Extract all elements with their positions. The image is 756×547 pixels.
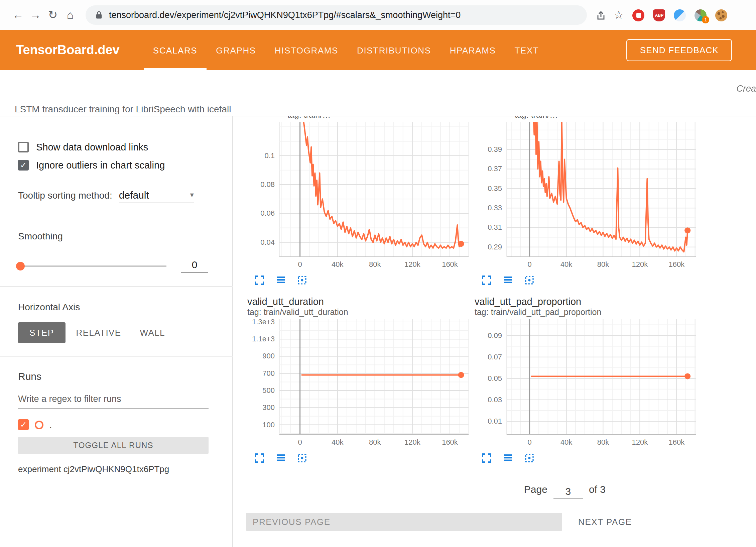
svg-text:0.1: 0.1 bbox=[264, 151, 275, 160]
experiment-name: experiment cj2vtPiwQHKN9Q1tx6PTpg bbox=[18, 464, 208, 474]
chart-tag: tag: train/… bbox=[287, 116, 471, 120]
profile-avatar[interactable]: 1 bbox=[695, 9, 707, 21]
smoothing-row: 0 bbox=[18, 259, 208, 273]
toggle-all-runs-button[interactable]: TOGGLE ALL RUNS bbox=[18, 437, 209, 454]
share-icon[interactable] bbox=[596, 10, 606, 20]
svg-text:40k: 40k bbox=[332, 260, 344, 268]
svg-text:120k: 120k bbox=[404, 260, 421, 268]
svg-text:100: 100 bbox=[262, 421, 275, 429]
svg-text:160k: 160k bbox=[442, 438, 458, 446]
checkbox-label: Show data download links bbox=[36, 142, 148, 152]
tab-text[interactable]: TEXT bbox=[505, 30, 548, 70]
log-scale-icon[interactable] bbox=[503, 275, 513, 286]
line-chart[interactable]: 040k80k120k160k0.010.030.050.070.09 bbox=[473, 319, 699, 449]
extension-icon[interactable] bbox=[674, 9, 686, 21]
tab-scalars[interactable]: SCALARS bbox=[144, 30, 207, 70]
pagination: Page 3 of 3 bbox=[233, 483, 756, 497]
line-chart[interactable]: 040k80k120k160k0.290.310.330.350.370.39 bbox=[473, 122, 699, 271]
back-icon[interactable]: ← bbox=[9, 8, 27, 22]
divider bbox=[0, 217, 233, 217]
fit-domain-icon[interactable] bbox=[297, 275, 307, 286]
chart-tag: tag: train/… bbox=[515, 116, 699, 120]
svg-text:300: 300 bbox=[262, 403, 275, 412]
charts-content: tag: train/… 040k80k120k160k0.040.060.08… bbox=[233, 116, 756, 547]
line-chart[interactable]: 040k80k120k160k1003005007009001.1e+31.3e… bbox=[246, 319, 471, 449]
home-icon[interactable]: ⌂ bbox=[61, 8, 79, 22]
fullscreen-icon[interactable] bbox=[481, 275, 492, 286]
experiment-description: LSTM transducer training for LibriSpeech… bbox=[15, 104, 231, 114]
log-scale-icon[interactable] bbox=[503, 453, 513, 463]
app-header: TensorBoard.dev SCALARS GRAPHS HISTOGRAM… bbox=[0, 30, 756, 70]
svg-text:0.35: 0.35 bbox=[488, 184, 502, 193]
address-bar[interactable]: tensorboard.dev/experiment/cj2vtPiwQHKN9… bbox=[86, 5, 587, 25]
fullscreen-icon[interactable] bbox=[254, 453, 265, 463]
adblock-icon[interactable] bbox=[633, 9, 645, 21]
fullscreen-icon[interactable] bbox=[254, 275, 265, 286]
svg-text:500: 500 bbox=[262, 386, 275, 395]
svg-text:0: 0 bbox=[298, 438, 302, 446]
ignore-outliers-checkbox[interactable]: ✓ Ignore outliers in chart scaling bbox=[18, 160, 208, 171]
fullscreen-icon[interactable] bbox=[481, 453, 492, 463]
slider-thumb[interactable] bbox=[16, 261, 25, 270]
log-scale-icon[interactable] bbox=[275, 453, 286, 463]
run-row: ✓ . bbox=[18, 419, 208, 430]
tooltip-sorting-row: Tooltip sorting method: default ▾ bbox=[18, 189, 208, 203]
svg-text:120k: 120k bbox=[632, 438, 648, 446]
smoothing-slider[interactable] bbox=[18, 265, 166, 266]
svg-text:1.3e+3: 1.3e+3 bbox=[252, 319, 275, 326]
forward-icon[interactable]: → bbox=[27, 8, 44, 22]
chart-toolbar bbox=[473, 271, 699, 286]
chart-title: valid_utt_pad_proportion bbox=[475, 296, 699, 307]
show-download-links-checkbox[interactable]: Show data download links bbox=[18, 142, 208, 152]
chart-toolbar bbox=[246, 449, 471, 463]
chart-tag: tag: train/valid_utt_pad_proportion bbox=[475, 308, 699, 317]
tab-graphs[interactable]: GRAPHS bbox=[207, 30, 265, 70]
log-scale-icon[interactable] bbox=[275, 275, 286, 286]
page-label: Page bbox=[524, 483, 547, 495]
chevron-down-icon: ▾ bbox=[190, 191, 194, 199]
next-page-button[interactable]: NEXT PAGE bbox=[574, 516, 636, 528]
relative-button[interactable]: RELATIVE bbox=[68, 322, 129, 343]
fit-domain-icon[interactable] bbox=[297, 453, 307, 463]
fit-domain-icon[interactable] bbox=[524, 275, 535, 286]
svg-text:0.05: 0.05 bbox=[488, 374, 502, 382]
send-feedback-button[interactable]: SEND FEEDBACK bbox=[627, 39, 732, 61]
tooltip-sorting-dropdown[interactable]: default ▾ bbox=[119, 189, 194, 203]
dropdown-value: default bbox=[119, 189, 149, 201]
svg-text:40k: 40k bbox=[560, 438, 573, 446]
chart-head-clipped: tag: train/… bbox=[473, 116, 699, 122]
chart-card: tag: train/… 040k80k120k160k0.290.310.33… bbox=[473, 116, 699, 286]
notification-badge: 1 bbox=[702, 16, 710, 23]
wall-button[interactable]: WALL bbox=[132, 322, 173, 343]
reload-icon[interactable]: ↻ bbox=[44, 8, 61, 22]
previous-page-button[interactable]: PREVIOUS PAGE bbox=[246, 513, 562, 531]
horizontal-axis-buttons: STEP RELATIVE WALL bbox=[18, 322, 208, 343]
step-button[interactable]: STEP bbox=[18, 322, 66, 343]
page-of-label: of 3 bbox=[589, 483, 606, 495]
svg-text:1.1e+3: 1.1e+3 bbox=[252, 335, 275, 343]
created-text: Crea bbox=[736, 84, 756, 94]
chart-toolbar bbox=[473, 449, 699, 463]
abp-icon[interactable]: ABP bbox=[653, 9, 665, 21]
bookmark-star-icon[interactable]: ☆ bbox=[614, 8, 624, 22]
checkbox-label: Ignore outliers in chart scaling bbox=[36, 160, 165, 171]
runs-filter-input[interactable] bbox=[18, 391, 209, 409]
line-chart[interactable]: 040k80k120k160k0.040.060.080.1 bbox=[246, 122, 471, 271]
tab-hparams[interactable]: HPARAMS bbox=[440, 30, 505, 70]
tab-histograms[interactable]: HISTOGRAMS bbox=[265, 30, 348, 70]
svg-text:0.06: 0.06 bbox=[260, 209, 275, 217]
chart-tag: tag: train/valid_utt_duration bbox=[247, 308, 471, 317]
page-number-input[interactable]: 3 bbox=[553, 485, 583, 499]
chart-toolbar bbox=[246, 271, 471, 286]
fit-domain-icon[interactable] bbox=[524, 453, 535, 463]
url-text[interactable]: tensorboard.dev/experiment/cj2vtPiwQHKN9… bbox=[109, 10, 461, 20]
tab-distributions[interactable]: DISTRIBUTIONS bbox=[348, 30, 440, 70]
svg-text:0.33: 0.33 bbox=[488, 204, 502, 212]
smoothing-value-input[interactable]: 0 bbox=[181, 259, 208, 273]
cookie-icon[interactable] bbox=[716, 9, 728, 21]
chart-card: valid_utt_pad_proportion tag: train/vali… bbox=[473, 295, 699, 463]
browser-toolbar: ← → ↻ ⌂ tensorboard.dev/experiment/cj2vt… bbox=[0, 0, 756, 30]
run-checkbox[interactable]: ✓ bbox=[18, 419, 29, 430]
divider bbox=[0, 286, 233, 287]
svg-text:40k: 40k bbox=[332, 438, 344, 446]
